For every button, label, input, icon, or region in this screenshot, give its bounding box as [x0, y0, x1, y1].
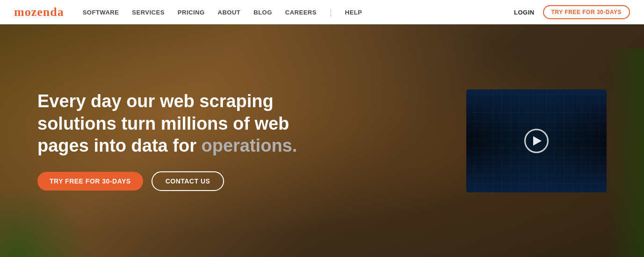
hero-heading: Every day our web scraping solutions tur… [37, 90, 327, 157]
nav-help[interactable]: HELP [345, 9, 362, 16]
hero-buttons: TRY FREE FOR 30-DAYS CONTACT US [37, 171, 327, 191]
nav-services[interactable]: SERVICES [132, 9, 165, 16]
nav-careers[interactable]: CAREERS [285, 9, 317, 16]
nav-about[interactable]: ABOUT [218, 9, 241, 16]
try-free-nav-button[interactable]: TRY FREE FOR 30-DAYS [543, 5, 630, 19]
video-inner [466, 89, 607, 192]
nav-software[interactable]: SOFTWARE [83, 9, 119, 16]
play-icon [533, 136, 542, 146]
try-free-hero-button[interactable]: TRY FREE FOR 30-DAYS [37, 172, 143, 191]
nav-links: SOFTWARE SERVICES PRICING ABOUT BLOG CAR… [83, 7, 514, 17]
nav-divider: | [330, 7, 332, 17]
hero-heading-highlight: operations. [201, 136, 297, 155]
right-plant-decoration [607, 49, 644, 257]
hero-section: Every day our web scraping solutions tur… [0, 24, 644, 257]
brand-logo[interactable]: mozenda [14, 5, 64, 19]
video-thumbnail[interactable] [466, 89, 607, 192]
login-link[interactable]: LOGIN [514, 9, 535, 16]
contact-us-button[interactable]: CONTACT US [152, 171, 224, 191]
nav-pricing[interactable]: PRICING [178, 9, 205, 16]
hero-content: Every day our web scraping solutions tur… [37, 90, 327, 191]
nav-right: LOGIN TRY FREE FOR 30-DAYS [514, 5, 630, 19]
nav-blog[interactable]: BLOG [253, 9, 272, 16]
play-button[interactable] [524, 129, 549, 153]
navbar: mozenda SOFTWARE SERVICES PRICING ABOUT … [0, 0, 644, 24]
